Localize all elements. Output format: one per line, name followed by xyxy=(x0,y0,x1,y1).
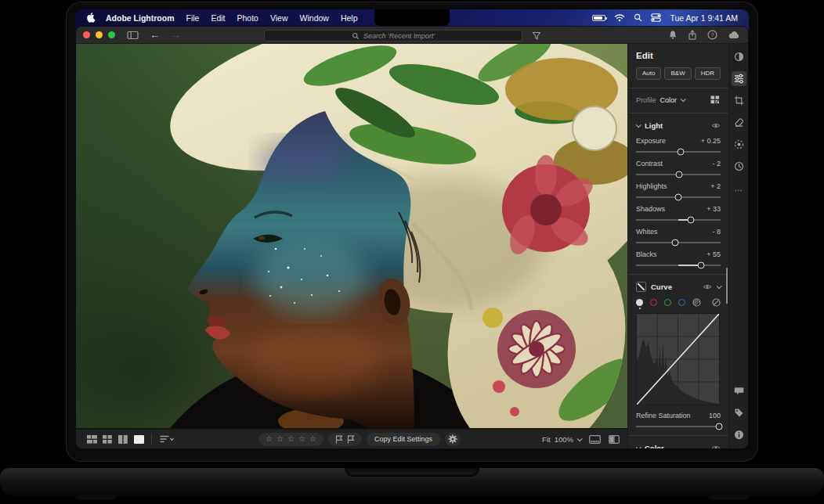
sort-button[interactable] xyxy=(157,433,177,446)
minimize-window-button[interactable] xyxy=(96,31,103,38)
light-section-header[interactable]: Light xyxy=(636,121,721,130)
edit-tool-button[interactable] xyxy=(732,71,746,86)
slider-knob[interactable] xyxy=(671,239,678,246)
menu-window[interactable]: Window xyxy=(300,13,329,23)
versions-button[interactable] xyxy=(732,159,746,174)
detail-view-button[interactable] xyxy=(131,433,146,446)
menu-help[interactable]: Help xyxy=(341,13,358,23)
menu-view[interactable]: View xyxy=(270,13,288,23)
visibility-eye-icon[interactable] xyxy=(711,122,721,129)
tone-curve-graph[interactable] xyxy=(636,313,720,405)
info-button[interactable] xyxy=(732,427,746,442)
active-app-name[interactable]: Adobe Lightroom xyxy=(106,13,175,23)
slider-knob[interactable] xyxy=(676,171,683,178)
star-icon[interactable]: ☆ xyxy=(298,435,305,443)
slider-track[interactable] xyxy=(636,219,721,221)
close-window-button[interactable] xyxy=(83,31,90,38)
slider-track[interactable] xyxy=(636,151,721,153)
heal-eraser-icon xyxy=(734,117,744,128)
bw-button[interactable]: B&W xyxy=(664,67,691,80)
slider-knob[interactable] xyxy=(698,261,705,268)
hdr-button[interactable]: HDR xyxy=(695,67,721,80)
slider-knob[interactable] xyxy=(678,148,685,155)
copy-edit-settings-button[interactable]: Copy Edit Settings xyxy=(367,433,440,446)
curve-channel-point[interactable] xyxy=(692,298,701,307)
refine-saturation-track[interactable] xyxy=(636,426,721,427)
menu-photo[interactable]: Photo xyxy=(237,13,258,23)
curve-channel-blue[interactable] xyxy=(678,299,685,306)
chevron-down-icon xyxy=(636,122,641,128)
slider-track[interactable] xyxy=(636,242,721,243)
chevron-down-icon[interactable] xyxy=(717,283,722,289)
slider-knob[interactable] xyxy=(675,193,682,200)
search-icon xyxy=(352,32,360,40)
portrait-photo[interactable] xyxy=(76,44,627,428)
control-center-icon[interactable] xyxy=(651,13,661,22)
auto-button[interactable]: Auto xyxy=(636,67,661,80)
notifications-bell-icon[interactable] xyxy=(668,30,678,40)
refine-saturation-value: 100 xyxy=(709,412,721,419)
profile-value-dropdown[interactable]: Color xyxy=(660,96,678,104)
star-icon[interactable]: ☆ xyxy=(276,435,284,443)
slider-track[interactable] xyxy=(636,196,721,198)
cloud-sync-icon[interactable] xyxy=(728,31,740,39)
wifi-icon[interactable] xyxy=(614,13,625,22)
star-icon[interactable]: ☆ xyxy=(266,435,273,443)
profile-label: Profile xyxy=(636,96,656,104)
curve-section-header[interactable]: Curve xyxy=(636,282,721,292)
spotlight-search-icon[interactable] xyxy=(634,13,642,22)
visibility-eye-icon[interactable] xyxy=(711,445,721,448)
compare-view-button[interactable] xyxy=(115,433,131,446)
square-grid-view-button[interactable] xyxy=(99,433,115,446)
settings-button[interactable] xyxy=(445,433,461,446)
fit-label[interactable]: Fit xyxy=(542,435,551,444)
edit-sliders-icon xyxy=(734,74,744,84)
screen: Adobe Lightroom File Edit Photo View Win… xyxy=(75,9,749,449)
filter-button[interactable] xyxy=(532,30,541,44)
forward-button[interactable]: → xyxy=(171,30,181,40)
filmstrip-toggle-icon[interactable] xyxy=(589,435,601,444)
curve-reset-icon[interactable] xyxy=(712,298,721,307)
slider-track[interactable] xyxy=(636,265,721,266)
visibility-eye-icon[interactable] xyxy=(703,283,712,290)
slider-knob[interactable] xyxy=(688,216,695,223)
star-icon[interactable]: ☆ xyxy=(287,435,295,443)
apple-menu[interactable] xyxy=(86,12,96,24)
before-after-toggle-icon[interactable] xyxy=(609,435,620,444)
slider-track[interactable] xyxy=(636,174,721,175)
curve-channel-green[interactable] xyxy=(664,299,671,306)
reject-flag-icon[interactable] xyxy=(347,435,355,444)
comments-button[interactable] xyxy=(732,383,746,398)
battery-icon[interactable] xyxy=(592,15,605,21)
profile-browse-icon[interactable] xyxy=(710,95,721,105)
curve-icon xyxy=(636,282,646,292)
star-icon[interactable]: ☆ xyxy=(309,435,316,443)
photo-grid-view-button[interactable] xyxy=(84,433,99,446)
zoom-view-group: Fit 100% xyxy=(542,435,620,444)
zoom-value[interactable]: 100% xyxy=(555,435,573,444)
menu-file[interactable]: File xyxy=(186,13,200,23)
healing-tool-button[interactable] xyxy=(732,115,746,130)
keywords-button[interactable] xyxy=(732,405,746,420)
more-tools-button[interactable]: … xyxy=(732,181,746,196)
zoom-control[interactable]: Fit 100% xyxy=(542,435,581,444)
presets-button[interactable] xyxy=(732,49,746,64)
curve-channel-composite[interactable] xyxy=(636,299,643,306)
back-button[interactable]: ← xyxy=(150,30,160,40)
color-section-header[interactable]: Color xyxy=(636,444,721,448)
pick-flag-icon[interactable] xyxy=(335,435,343,444)
help-icon[interactable]: ? xyxy=(707,30,717,40)
star-rating[interactable]: ☆ ☆ ☆ ☆ ☆ xyxy=(258,433,323,446)
sidebar-toggle-icon[interactable] xyxy=(127,31,139,40)
slider-knob[interactable] xyxy=(715,423,722,430)
search-input[interactable]: Search 'Recent Import' xyxy=(264,30,522,41)
crop-tool-button[interactable] xyxy=(732,93,746,108)
curve-channel-red[interactable] xyxy=(650,299,657,306)
menu-clock[interactable]: Tue Apr 1 9:41 AM xyxy=(670,13,738,23)
masking-tool-button[interactable] xyxy=(732,137,746,152)
share-icon[interactable] xyxy=(688,30,697,41)
panel-scrollbar[interactable] xyxy=(726,268,728,304)
menu-edit[interactable]: Edit xyxy=(211,13,225,23)
zoom-window-button[interactable] xyxy=(108,31,115,38)
lid-notch-scoop xyxy=(345,468,479,477)
